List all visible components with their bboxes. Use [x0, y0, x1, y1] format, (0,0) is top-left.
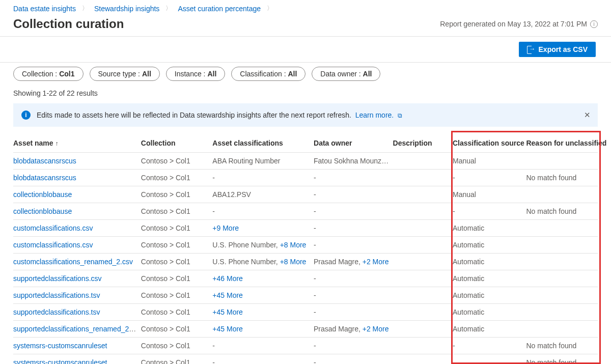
filter-pill-4[interactable]: Data owner : All [312, 67, 380, 81]
cell-data-owner: - [314, 220, 393, 237]
table-row: customclassifications_renamed_2.csvConto… [13, 254, 598, 270]
cell-classification-source: - [453, 354, 526, 365]
col-data-owner[interactable]: Data owner [314, 134, 393, 153]
cell-description [393, 270, 453, 287]
col-collection[interactable]: Collection [141, 134, 212, 153]
table-row: supportedclassifications_renamed_2.tsvCo… [13, 321, 598, 338]
more-classifications-link[interactable]: +8 More [280, 258, 307, 266]
filter-pill-3[interactable]: Classification : All [231, 67, 306, 81]
more-classifications-link[interactable]: +8 More [280, 241, 307, 249]
cell-collection: Contoso > Col1 [141, 153, 212, 170]
asset-link[interactable]: customclassifications.csv [13, 224, 93, 232]
asset-link[interactable]: supportedclassifications.csv [13, 274, 102, 283]
sort-asc-icon: ↑ [55, 140, 59, 147]
col-asset-name[interactable]: Asset name↑ [13, 134, 141, 153]
col-classification-source[interactable]: Classification source [453, 134, 526, 153]
asset-link[interactable]: collectionblobause [13, 190, 72, 199]
results-count: Showing 1-22 of 22 results [0, 84, 611, 103]
cell-reason [526, 270, 598, 287]
cell-reason [526, 153, 598, 170]
cell-description [393, 153, 453, 170]
cell-classification-source: Automatic [453, 270, 526, 287]
asset-link[interactable]: supportedclassifications.tsv [13, 291, 100, 299]
cell-description [393, 338, 453, 354]
cell-reason [526, 237, 598, 254]
export-icon [527, 46, 535, 53]
cell-classification-source: Automatic [453, 237, 526, 254]
more-owners-link[interactable]: +2 More [363, 325, 389, 333]
cell-classifications: +46 More [212, 270, 314, 287]
col-asset-classifications[interactable]: Asset classifications [212, 134, 314, 153]
more-classifications-link[interactable]: +45 More [212, 308, 243, 316]
filter-pill-1[interactable]: Source type : All [90, 67, 160, 81]
cell-classification-source: Automatic [453, 220, 526, 237]
filter-pill-0[interactable]: Collection : Col1 [13, 67, 84, 81]
more-classifications-link[interactable]: +9 More [212, 224, 239, 232]
cell-collection: Contoso > Col1 [141, 354, 212, 365]
cell-description [393, 220, 453, 237]
cell-description [393, 304, 453, 321]
cell-classifications: +9 More [212, 220, 314, 237]
cell-data-owner: - [314, 354, 393, 365]
table-row: blobdatascansrscusContoso > Col1ABA Rout… [13, 153, 598, 170]
cell-collection: Contoso > Col1 [141, 338, 212, 354]
asset-link[interactable]: supportedclassifications.tsv [13, 308, 100, 316]
col-reason-unclassified[interactable]: Reason for unclassified [526, 134, 598, 153]
more-owners-link[interactable]: +2 More [363, 258, 389, 266]
cell-data-owner: Prasad Magre, +2 More [314, 254, 393, 270]
asset-link[interactable]: customclassifications.csv [13, 241, 93, 249]
cell-reason [526, 220, 598, 237]
filter-pill-2[interactable]: Instance : All [166, 67, 225, 81]
cell-reason [526, 321, 598, 338]
crumb-1[interactable]: Stewardship insights [94, 5, 159, 13]
cell-classification-source: Automatic [453, 287, 526, 304]
chevron-right-icon: 〉 [267, 4, 273, 13]
close-icon[interactable]: ✕ [584, 110, 591, 120]
cell-description [393, 237, 453, 254]
asset-link[interactable]: supportedclassifications_renamed_2.tsv [13, 325, 140, 333]
cell-classification-source: Automatic [453, 304, 526, 321]
cell-classifications: ABA12.PSV [212, 186, 314, 203]
cell-reason: No match found [526, 354, 598, 365]
cell-description [393, 321, 453, 338]
chevron-right-icon: 〉 [165, 4, 172, 13]
cell-collection: Contoso > Col1 [141, 237, 212, 254]
cell-collection: Contoso > Col1 [141, 287, 212, 304]
cell-classifications: - [212, 354, 314, 365]
info-icon[interactable]: i [590, 20, 598, 28]
cell-description [393, 186, 453, 203]
cell-collection: Contoso > Col1 [141, 270, 212, 287]
more-classifications-link[interactable]: +46 More [212, 274, 243, 283]
asset-link[interactable]: blobdatascansrscus [13, 157, 76, 165]
asset-link[interactable]: customclassifications_renamed_2.csv [13, 258, 133, 266]
export-csv-button[interactable]: Export as CSV [519, 42, 596, 57]
asset-link[interactable]: systemsrs-customscanruleset [13, 358, 107, 364]
table-row: blobdatascansrscusContoso > Col1---No ma… [13, 170, 598, 186]
cell-data-owner: Prasad Magre, +2 More [314, 321, 393, 338]
crumb-2[interactable]: Asset curation percentage [178, 5, 261, 13]
table-row: customclassifications.csvContoso > Col1U… [13, 237, 598, 254]
export-label: Export as CSV [539, 45, 588, 53]
asset-link[interactable]: blobdatascansrscus [13, 174, 76, 182]
cell-reason [526, 287, 598, 304]
more-classifications-link[interactable]: +45 More [212, 291, 243, 299]
cell-classifications: U.S. Phone Number, +8 More [212, 237, 314, 254]
cell-classification-source: - [453, 203, 526, 220]
asset-link[interactable]: systemsrs-customscanruleset [13, 342, 107, 350]
col-description[interactable]: Description [393, 134, 453, 153]
cell-description [393, 254, 453, 270]
cell-classification-source: - [453, 338, 526, 354]
table-row: supportedclassifications.tsvContoso > Co… [13, 287, 598, 304]
info-solid-icon: i [21, 110, 31, 120]
table-row: systemsrs-customscanrulesetContoso > Col… [13, 354, 598, 365]
cell-description [393, 287, 453, 304]
more-classifications-link[interactable]: +45 More [212, 325, 243, 333]
banner-learn-more-link[interactable]: Learn more. [355, 111, 394, 119]
table-row: supportedclassifications.csvContoso > Co… [13, 270, 598, 287]
cell-classifications: +45 More [212, 287, 314, 304]
breadcrumb: Data estate insights 〉 Stewardship insig… [0, 0, 611, 16]
asset-link[interactable]: collectionblobause [13, 207, 72, 215]
crumb-0[interactable]: Data estate insights [13, 5, 76, 13]
info-banner: i Edits made to assets here will be refl… [13, 103, 598, 127]
cell-collection: Contoso > Col1 [141, 220, 212, 237]
